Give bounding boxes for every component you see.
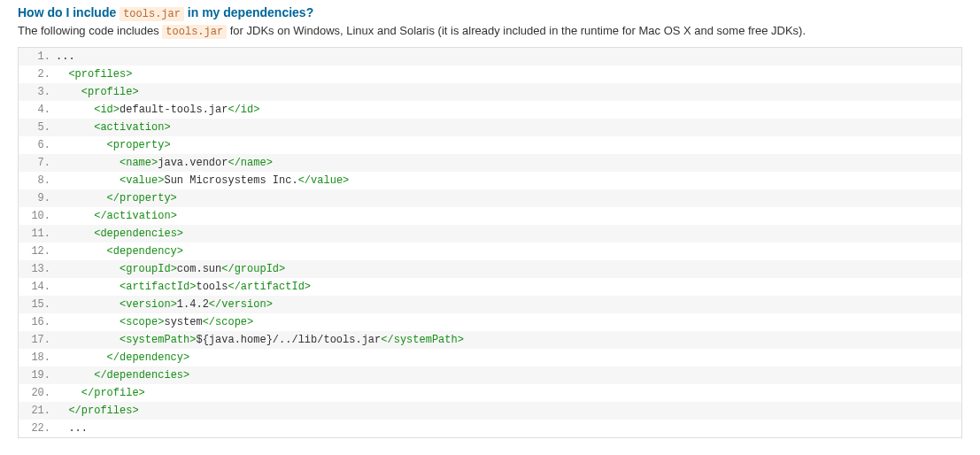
xml-tag: <name> bbox=[120, 157, 158, 169]
xml-tag: </profiles> bbox=[68, 405, 138, 417]
line-number: 9. bbox=[19, 189, 56, 207]
xml-tag: </artifactId> bbox=[228, 281, 311, 293]
code-line: 5. <activation> bbox=[19, 119, 961, 136]
xml-tag: <id> bbox=[94, 104, 120, 116]
code-content: ... bbox=[56, 420, 961, 437]
xml-tag: <groupId> bbox=[120, 263, 177, 275]
xml-text: Sun Microsystems Inc. bbox=[164, 174, 297, 187]
code-content: <dependency> bbox=[56, 243, 961, 260]
code-content: <name>java.vendor</name> bbox=[56, 154, 961, 172]
line-number: 4. bbox=[19, 101, 56, 119]
xml-tag: <dependency> bbox=[107, 245, 183, 258]
code-line: 17. <systemPath>${java.home}/../lib/tool… bbox=[19, 331, 961, 349]
xml-tag: <version> bbox=[120, 298, 177, 311]
code-content: </activation> bbox=[56, 207, 961, 225]
xml-tag: </groupId> bbox=[221, 263, 285, 275]
line-number: 12. bbox=[19, 243, 56, 260]
code-content: <id>default-tools.jar</id> bbox=[56, 101, 961, 119]
code-content: ... bbox=[56, 48, 961, 66]
xml-tag: </scope> bbox=[203, 316, 254, 328]
xml-tag: </property> bbox=[107, 192, 177, 204]
code-content: </profiles> bbox=[56, 402, 961, 420]
code-line: 21. </profiles> bbox=[19, 402, 961, 420]
xml-text: com.sun bbox=[177, 263, 221, 275]
code-content: <profiles> bbox=[56, 66, 961, 83]
code-line: 11. <dependencies> bbox=[19, 225, 961, 243]
code-line: 18. </dependency> bbox=[19, 349, 961, 366]
code-content: <artifactId>tools</artifactId> bbox=[56, 278, 961, 296]
line-number: 14. bbox=[19, 278, 56, 296]
xml-tag: <dependencies> bbox=[94, 228, 183, 240]
xml-text: tools bbox=[196, 281, 228, 293]
code-line: 9. </property> bbox=[19, 189, 961, 207]
xml-tag: <scope> bbox=[120, 316, 164, 328]
xml-text: ... bbox=[68, 422, 88, 435]
xml-tag: <property> bbox=[107, 139, 171, 151]
code-content: <version>1.4.2</version> bbox=[56, 296, 961, 313]
code-line: 20. </profile> bbox=[19, 384, 961, 402]
faq-title-suffix: in my dependencies? bbox=[184, 5, 313, 19]
xml-tag: </profile> bbox=[81, 387, 145, 399]
code-line: 13. <groupId>com.sun</groupId> bbox=[19, 260, 961, 278]
code-content: <activation> bbox=[56, 119, 961, 136]
code-line: 22. ... bbox=[19, 420, 961, 437]
line-number: 20. bbox=[19, 384, 56, 402]
code-line: 7. <name>java.vendor</name> bbox=[19, 154, 961, 172]
code-content: <value>Sun Microsystems Inc.</value> bbox=[56, 172, 961, 189]
code-block: 1....2. <profiles>3. <profile>4. <id>def… bbox=[18, 47, 962, 438]
code-line: 3. <profile> bbox=[19, 83, 961, 101]
faq-title-chip: tools.jar bbox=[120, 7, 184, 21]
code-line: 19. </dependencies> bbox=[19, 366, 961, 384]
desc-chip: tools.jar bbox=[162, 25, 227, 39]
line-number: 7. bbox=[19, 154, 56, 172]
code-line: 8. <value>Sun Microsystems Inc.</value> bbox=[19, 172, 961, 189]
xml-tag: </dependencies> bbox=[94, 369, 189, 382]
xml-tag: </dependency> bbox=[107, 351, 190, 364]
code-line: 12. <dependency> bbox=[19, 243, 961, 260]
code-line: 6. <property> bbox=[19, 136, 961, 154]
line-number: 17. bbox=[19, 331, 56, 349]
xml-tag: <profiles> bbox=[68, 68, 132, 81]
xml-tag: <systemPath> bbox=[120, 334, 196, 346]
line-number: 8. bbox=[19, 172, 56, 189]
faq-title[interactable]: How do I include tools.jar in my depende… bbox=[18, 5, 962, 20]
line-number: 21. bbox=[19, 402, 56, 420]
code-line: 15. <version>1.4.2</version> bbox=[19, 296, 961, 313]
xml-text: default-tools.jar bbox=[120, 104, 228, 116]
code-content: <groupId>com.sun</groupId> bbox=[56, 260, 961, 278]
line-number: 22. bbox=[19, 420, 56, 437]
code-content: </property> bbox=[56, 189, 961, 207]
code-content: </dependencies> bbox=[56, 366, 961, 384]
xml-tag: <activation> bbox=[94, 121, 170, 134]
line-number: 2. bbox=[19, 66, 56, 83]
code-content: <dependencies> bbox=[56, 225, 961, 243]
code-line: 10. </activation> bbox=[19, 207, 961, 225]
line-number: 6. bbox=[19, 136, 56, 154]
code-content: </profile> bbox=[56, 384, 961, 402]
faq-title-prefix: How do I include bbox=[18, 5, 120, 19]
line-number: 15. bbox=[19, 296, 56, 313]
xml-text: ${java.home}/../lib/tools.jar bbox=[196, 334, 381, 346]
faq-description: The following code includes tools.jar fo… bbox=[18, 24, 962, 38]
desc-suffix: for JDKs on Windows, Linux and Solaris (… bbox=[227, 24, 806, 37]
xml-tag: </activation> bbox=[94, 210, 177, 222]
xml-text: ... bbox=[56, 50, 75, 63]
xml-tag: <value> bbox=[120, 174, 164, 187]
xml-text: java.vendor bbox=[158, 157, 228, 169]
line-number: 5. bbox=[19, 119, 56, 136]
code-content: </dependency> bbox=[56, 349, 961, 366]
xml-tag: </value> bbox=[298, 174, 350, 187]
xml-text: system bbox=[164, 316, 202, 328]
line-number: 11. bbox=[19, 225, 56, 243]
line-number: 3. bbox=[19, 83, 56, 101]
line-number: 1. bbox=[19, 48, 56, 66]
code-content: <systemPath>${java.home}/../lib/tools.ja… bbox=[56, 331, 961, 349]
xml-tag: <artifactId> bbox=[120, 281, 196, 293]
line-number: 16. bbox=[19, 313, 56, 331]
code-line: 16. <scope>system</scope> bbox=[19, 313, 961, 331]
code-line: 4. <id>default-tools.jar</id> bbox=[19, 101, 961, 119]
code-line: 14. <artifactId>tools</artifactId> bbox=[19, 278, 961, 296]
code-content: <scope>system</scope> bbox=[56, 313, 961, 331]
code-content: <property> bbox=[56, 136, 961, 154]
code-content: <profile> bbox=[56, 83, 961, 101]
